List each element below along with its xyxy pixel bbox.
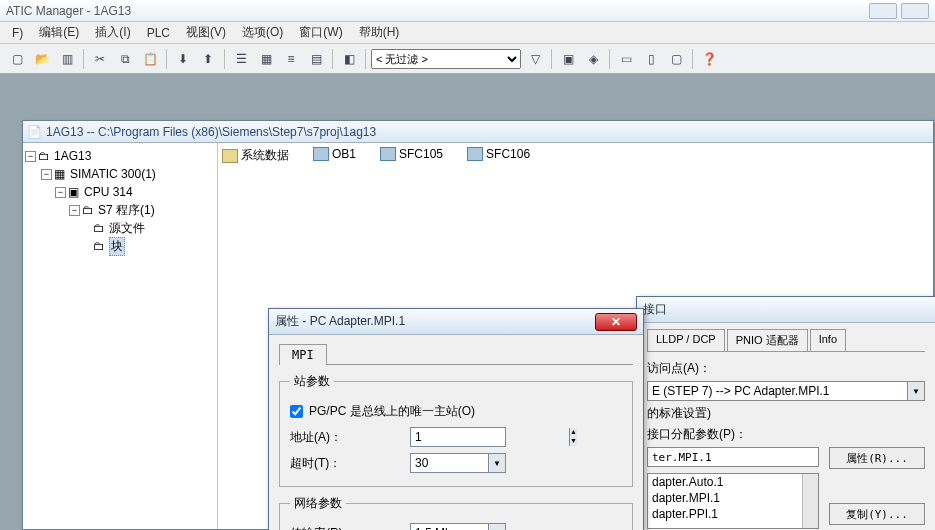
network-params-group: 网络参数 传输率(R)： 1.5 Mbps ▼ 最高站地址(H)： 31 ▼ bbox=[279, 495, 633, 530]
tree-program[interactable]: S7 程序(1) bbox=[98, 202, 155, 219]
rate-label: 传输率(R)： bbox=[290, 525, 410, 531]
project-tree[interactable]: −🗀1AG13 −▦SIMATIC 300(1) −▣CPU 314 −🗀S7 … bbox=[23, 143, 218, 529]
collapse-icon[interactable]: − bbox=[69, 205, 80, 216]
menu-edit[interactable]: 编辑(E) bbox=[31, 22, 87, 43]
tab-mpi[interactable]: MPI bbox=[279, 344, 327, 365]
tree-cpu[interactable]: CPU 314 bbox=[84, 185, 133, 199]
project-path: 1AG13 -- C:\Program Files (x86)\Siemens\… bbox=[46, 125, 376, 139]
list-item[interactable]: dapter.MPI.1 bbox=[648, 490, 818, 506]
detail-icon[interactable]: ▤ bbox=[305, 48, 327, 70]
chevron-down-icon[interactable]: ▼ bbox=[488, 454, 505, 472]
list-item[interactable]: dapter.Auto.1 bbox=[648, 474, 818, 490]
station-params-group: 站参数 PG/PC 是总线上的唯一主站(O) 地址(A)： ▲▼ 超时(T)： … bbox=[279, 373, 633, 487]
app-title: ATIC Manager - 1AG13 bbox=[6, 4, 869, 18]
spin-up-icon[interactable]: ▲ bbox=[569, 428, 577, 437]
ref-icon[interactable]: ◈ bbox=[582, 48, 604, 70]
filter-select[interactable]: < 无过滤 > bbox=[371, 49, 521, 69]
rate-select[interactable]: 1.5 Mbps ▼ bbox=[410, 523, 506, 530]
collapse-icon[interactable]: − bbox=[55, 187, 66, 198]
menu-window[interactable]: 窗口(W) bbox=[291, 22, 350, 43]
copy-button[interactable]: 复制(Y)... bbox=[829, 503, 925, 525]
iface-title: 接口 bbox=[643, 301, 929, 318]
obj-sysdata[interactable]: 系统数据 bbox=[222, 147, 289, 164]
list-icon[interactable]: ≡ bbox=[280, 48, 302, 70]
win3-icon[interactable]: ▢ bbox=[665, 48, 687, 70]
filter-icon[interactable]: ▽ bbox=[524, 48, 546, 70]
only-master-label: PG/PC 是总线上的唯一主站(O) bbox=[309, 403, 475, 420]
properties-button[interactable]: 属性(R)... bbox=[829, 447, 925, 469]
tree-blocks[interactable]: 块 bbox=[109, 237, 125, 256]
minimize-button[interactable] bbox=[869, 3, 897, 19]
timeout-select[interactable]: 30 ▼ bbox=[410, 453, 506, 473]
interface-list[interactable]: dapter.Auto.1 dapter.MPI.1 dapter.PPI.1 bbox=[647, 473, 819, 529]
scrollbar[interactable] bbox=[802, 474, 818, 528]
open-icon[interactable]: 📂 bbox=[31, 48, 53, 70]
tab-pnio[interactable]: PNIO 适配器 bbox=[727, 329, 808, 351]
win2-icon[interactable]: ▯ bbox=[640, 48, 662, 70]
list-item[interactable]: dapter.PPI.1 bbox=[648, 506, 818, 522]
collapse-icon[interactable]: − bbox=[41, 169, 52, 180]
assign-label: 接口分配参数(P)： bbox=[647, 426, 925, 443]
obj-ob1[interactable]: OB1 bbox=[313, 147, 356, 161]
chevron-down-icon[interactable]: ▼ bbox=[488, 524, 505, 530]
chevron-down-icon[interactable]: ▼ bbox=[907, 382, 924, 400]
grid-icon[interactable]: ▦ bbox=[255, 48, 277, 70]
menu-bar: F) 编辑(E) 插入(I) PLC 视图(V) 选项(O) 窗口(W) 帮助(… bbox=[0, 22, 935, 44]
menu-view[interactable]: 视图(V) bbox=[178, 22, 234, 43]
obj-sfc105[interactable]: SFC105 bbox=[380, 147, 443, 161]
wizard-icon[interactable]: ▥ bbox=[56, 48, 78, 70]
collapse-icon[interactable]: − bbox=[25, 151, 36, 162]
access-label: 访问点(A)： bbox=[647, 360, 925, 377]
close-button[interactable]: ✕ bbox=[595, 313, 637, 331]
copy-icon[interactable]: ⧉ bbox=[114, 48, 136, 70]
folder-icon: 📄 bbox=[27, 125, 42, 139]
tree-sources[interactable]: 源文件 bbox=[109, 220, 145, 237]
address-label: 地址(A)： bbox=[290, 429, 410, 446]
obj-sfc106[interactable]: SFC106 bbox=[467, 147, 530, 161]
download-icon[interactable]: ⬇ bbox=[172, 48, 194, 70]
pgpc-interface-dialog: 接口 LLDP / DCP PNIO 适配器 Info 访问点(A)： E (S… bbox=[636, 296, 935, 530]
toolbar: ▢ 📂 ▥ ✂ ⧉ 📋 ⬇ ⬆ ☰ ▦ ≡ ▤ ◧ < 无过滤 > ▽ ▣ ◈ … bbox=[0, 44, 935, 74]
std-label: 的标准设置) bbox=[647, 405, 925, 422]
address-input[interactable]: ▲▼ bbox=[410, 427, 506, 447]
current-interface: ter.MPI.1 bbox=[647, 447, 819, 467]
win1-icon[interactable]: ▭ bbox=[615, 48, 637, 70]
maximize-button[interactable] bbox=[901, 3, 929, 19]
tree-station[interactable]: SIMATIC 300(1) bbox=[70, 167, 156, 181]
timeout-label: 超时(T)： bbox=[290, 455, 410, 472]
tree-icon[interactable]: ☰ bbox=[230, 48, 252, 70]
online-icon[interactable]: ⬆ bbox=[197, 48, 219, 70]
only-master-checkbox[interactable] bbox=[290, 405, 303, 418]
props-title: 属性 - PC Adapter.MPI.1 bbox=[275, 313, 595, 330]
spin-down-icon[interactable]: ▼ bbox=[569, 437, 577, 446]
help-icon[interactable]: ❓ bbox=[698, 48, 720, 70]
menu-insert[interactable]: 插入(I) bbox=[87, 22, 138, 43]
menu-help[interactable]: 帮助(H) bbox=[351, 22, 408, 43]
tab-info[interactable]: Info bbox=[810, 329, 846, 351]
cut-icon[interactable]: ✂ bbox=[89, 48, 111, 70]
new-icon[interactable]: ▢ bbox=[6, 48, 28, 70]
tree-root[interactable]: 1AG13 bbox=[54, 149, 91, 163]
menu-file[interactable]: F) bbox=[4, 24, 31, 42]
tab-lldp[interactable]: LLDP / DCP bbox=[647, 329, 725, 351]
net-icon[interactable]: ◧ bbox=[338, 48, 360, 70]
menu-plc[interactable]: PLC bbox=[139, 24, 178, 42]
properties-dialog: 属性 - PC Adapter.MPI.1 ✕ MPI 站参数 PG/PC 是总… bbox=[268, 308, 644, 530]
sim-icon[interactable]: ▣ bbox=[557, 48, 579, 70]
menu-options[interactable]: 选项(O) bbox=[234, 22, 291, 43]
paste-icon[interactable]: 📋 bbox=[139, 48, 161, 70]
access-point-select[interactable]: E (STEP 7) --> PC Adapter.MPI.1 ▼ bbox=[647, 381, 925, 401]
